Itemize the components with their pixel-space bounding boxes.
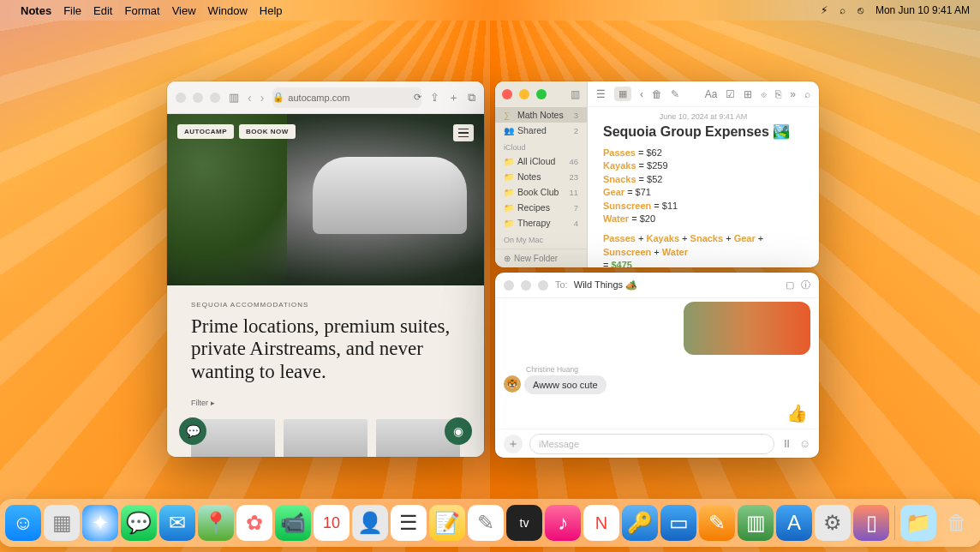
- folder-book-club[interactable]: 📁Book Club11: [495, 184, 587, 200]
- dock-iphone[interactable]: ▯: [853, 505, 889, 541]
- menu-window[interactable]: Window: [208, 4, 248, 17]
- message-bubble[interactable]: Awww soo cute: [524, 375, 607, 394]
- format-icon[interactable]: Aa: [705, 88, 718, 100]
- dock-settings[interactable]: ⚙: [815, 505, 851, 541]
- dock-messages[interactable]: 💬: [121, 505, 157, 541]
- messages-thread[interactable]: Christine Huang🐯Awww soo cute👍Is anyone …: [495, 298, 819, 429]
- dock-mail[interactable]: ✉: [159, 505, 195, 541]
- gallery-view-icon[interactable]: ▦: [614, 87, 631, 101]
- dock-freeform[interactable]: ✎: [468, 505, 504, 541]
- new-folder-button[interactable]: ⊕ New Folder: [495, 249, 587, 267]
- dock-calendar[interactable]: 10: [314, 505, 350, 541]
- menu-format[interactable]: Format: [124, 4, 159, 17]
- menu-help[interactable]: Help: [260, 4, 283, 17]
- book-now-button[interactable]: BOOK NOW: [239, 124, 296, 139]
- fullscreen-button[interactable]: [538, 280, 548, 291]
- menu-file[interactable]: File: [63, 4, 81, 17]
- tapback-sticker[interactable]: 👍: [786, 403, 810, 427]
- apps-button[interactable]: ＋: [504, 435, 523, 453]
- dock-contacts[interactable]: 👤: [352, 505, 388, 541]
- dock-tv[interactable]: tv: [506, 505, 542, 541]
- to-field[interactable]: To: Wild Things 🏕️: [555, 279, 779, 291]
- dock-appstore[interactable]: A: [776, 505, 812, 541]
- app-menu[interactable]: Notes: [21, 4, 51, 17]
- media-icon[interactable]: ⟐: [761, 88, 767, 100]
- dock-maps[interactable]: 📍: [198, 505, 234, 541]
- facetime-icon[interactable]: ▢: [786, 279, 794, 291]
- more-icon[interactable]: »: [790, 88, 796, 100]
- table-icon[interactable]: ⊞: [744, 88, 752, 100]
- dock-trash[interactable]: 🗑: [939, 505, 975, 541]
- dock-music[interactable]: ♪: [545, 505, 581, 541]
- reload-icon[interactable]: ⟳: [414, 92, 421, 103]
- chat-fab[interactable]: 💬: [179, 417, 206, 445]
- dictate-icon[interactable]: ⏸: [781, 437, 792, 450]
- dock-downloads[interactable]: 📁: [900, 505, 936, 541]
- emoji-icon[interactable]: ☺: [799, 437, 810, 450]
- delete-icon[interactable]: 🗑: [652, 88, 662, 100]
- tabs-icon[interactable]: ⧉: [468, 91, 475, 105]
- minimize-button[interactable]: [519, 89, 529, 99]
- folder-name: Math Notes: [517, 110, 570, 120]
- thumb-2[interactable]: [284, 419, 368, 457]
- search-icon[interactable]: ⌕: [804, 88, 810, 100]
- logo-badge[interactable]: AUTOCAMP: [177, 124, 234, 139]
- dock-pages[interactable]: ✎: [699, 505, 735, 541]
- notes-main: ☰ ▦ ‹ 🗑 ✎ Aa ☑ ⊞ ⟐ ⎘ » ⌕ June 10, 2024 a…: [588, 81, 819, 267]
- folder-recipes[interactable]: 📁Recipes7: [495, 200, 587, 215]
- new-tab-icon[interactable]: ＋: [448, 90, 459, 105]
- forward-button[interactable]: ›: [260, 91, 265, 105]
- sidebar-view-icon[interactable]: ▥: [571, 88, 580, 100]
- checklist-icon[interactable]: ☑: [726, 88, 735, 100]
- dock-passwords[interactable]: 🔑: [622, 505, 658, 541]
- folder-therapy[interactable]: 📁Therapy4: [495, 215, 587, 231]
- minimize-button[interactable]: [193, 93, 203, 103]
- search-icon[interactable]: ⌕: [840, 4, 846, 16]
- folder-all-icloud[interactable]: 📁All iCloud46: [495, 153, 587, 169]
- filter-link[interactable]: Filter ▸: [191, 399, 460, 407]
- close-button[interactable]: [504, 280, 514, 291]
- message-input[interactable]: iMessage: [529, 434, 774, 454]
- hero-foliage: [167, 114, 287, 285]
- link-icon[interactable]: ⎘: [775, 88, 781, 100]
- folder-shared[interactable]: 👥Shared2: [495, 123, 587, 138]
- info-icon[interactable]: ⓘ: [801, 279, 810, 291]
- share-icon[interactable]: ⇪: [430, 91, 439, 104]
- back-button[interactable]: ‹: [248, 91, 252, 105]
- folder-count: 3: [574, 111, 578, 120]
- list-view-icon[interactable]: ☰: [596, 88, 606, 100]
- minimize-button[interactable]: [521, 280, 531, 291]
- control-center-icon[interactable]: ⎋: [858, 4, 863, 16]
- dock-reminders[interactable]: ☰: [391, 505, 427, 541]
- note-body[interactable]: June 10, 2024 at 9:41 AM Sequoia Group E…: [588, 107, 819, 267]
- folder-notes[interactable]: 📁Notes23: [495, 169, 587, 184]
- back-icon[interactable]: ‹: [640, 88, 643, 100]
- fullscreen-button[interactable]: [536, 89, 547, 99]
- shared-photo[interactable]: [684, 302, 810, 355]
- dock-finder[interactable]: ☺: [5, 505, 41, 541]
- dock-photos[interactable]: ✿: [236, 505, 272, 541]
- fullscreen-button[interactable]: [210, 93, 220, 103]
- compose-icon[interactable]: ✎: [671, 88, 679, 100]
- folder-math-notes[interactable]: ∑Math Notes3: [495, 107, 587, 123]
- close-button[interactable]: [176, 93, 186, 103]
- menu-edit[interactable]: Edit: [93, 4, 112, 17]
- dock-launchpad[interactable]: ▦: [44, 505, 80, 541]
- expense-line: Passes = $62: [603, 147, 804, 159]
- avatar[interactable]: 🐯: [504, 375, 521, 393]
- hamburger-menu[interactable]: [453, 124, 474, 141]
- dock-numbers[interactable]: ▥: [738, 505, 774, 541]
- sidebar-icon[interactable]: ▥: [229, 91, 239, 104]
- hero-badges: AUTOCAMP BOOK NOW: [177, 124, 296, 139]
- accessibility-fab[interactable]: ◉: [445, 417, 472, 445]
- dock-news[interactable]: N: [583, 505, 619, 541]
- address-bar[interactable]: 🔒 autocamp.com ⟳: [272, 87, 421, 108]
- dock-safari[interactable]: ✦: [82, 505, 118, 541]
- clock[interactable]: Mon Jun 10 9:41 AM: [875, 4, 970, 16]
- dock-facetime[interactable]: 📹: [275, 505, 311, 541]
- close-button[interactable]: [502, 89, 512, 99]
- dock-keynote[interactable]: ▭: [660, 505, 696, 541]
- dock-notes[interactable]: 📝: [429, 505, 465, 541]
- menu-view[interactable]: View: [172, 4, 196, 17]
- wifi-icon[interactable]: ⚡︎: [821, 4, 828, 16]
